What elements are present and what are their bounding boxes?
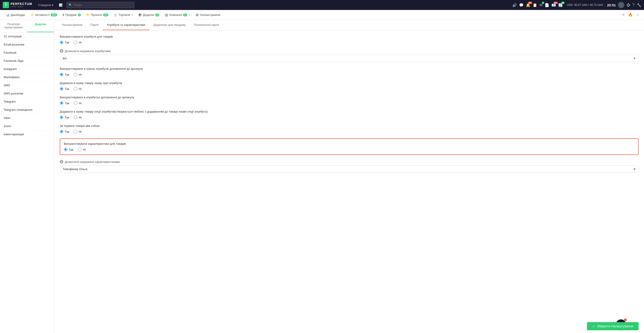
section3-label: Використовувати в групах атрибутів допов… — [60, 67, 638, 71]
nav-settings[interactable]: ⚙️ Налаштування — [193, 12, 223, 18]
section6-yes-option[interactable]: Так — [60, 116, 69, 119]
tab-settings[interactable]: Налаштування — [58, 20, 86, 30]
section8-no-radio[interactable] — [78, 148, 82, 151]
section9-info-row: ℹ Дозволити керування характеристиками — [60, 160, 638, 164]
section4-no-option[interactable]: Ні — [74, 87, 82, 91]
nav-company[interactable]: 🏢 Компанія 21 ▾ — [162, 12, 192, 18]
company-badge: 21 — [183, 14, 187, 16]
sidebar-tab-addons[interactable]: Додатки — [27, 20, 54, 32]
sidebar-item-viber[interactable]: Viber — [0, 114, 54, 122]
section5-yes-radio[interactable] — [60, 101, 63, 105]
section7-yes-option[interactable]: Так — [60, 130, 69, 133]
tab-additional-prices[interactable]: Додаткові ціни продажу — [149, 20, 190, 30]
sidebar-tab-initial[interactable]: Початкові налаштування — [0, 20, 27, 32]
section8-label: Використовувати характеристики для товар… — [64, 142, 634, 145]
email-icon[interactable]: 📧 964 — [552, 3, 556, 7]
sidebar-item-zoom[interactable]: Zoom — [0, 122, 54, 130]
sidebar-item-sms[interactable]: SMS — [0, 81, 54, 90]
section4-no-radio[interactable] — [74, 87, 78, 91]
sidebar-item-telegram-notifications[interactable]: Telegram сповіщення — [0, 106, 54, 114]
logo-text: PERFECTUM — [10, 2, 32, 6]
company-icon: 🏢 — [165, 13, 168, 17]
sidebar-item-marketplace[interactable]: Marketplace — [0, 73, 54, 81]
settings-nav-icon: ⚙️ — [195, 13, 199, 17]
notifications-badge: 281 — [528, 2, 532, 4]
content-area: Налаштування Партії Атрибути та характер… — [54, 20, 644, 333]
search-input[interactable] — [73, 4, 132, 7]
nav-activities[interactable]: ⚡ Активності 1851 — [28, 12, 59, 18]
nav-trade[interactable]: 🛒 Торгівля ▾ — [112, 12, 135, 18]
section1-yes-radio[interactable] — [60, 41, 63, 44]
sidebar-item-facebook-leads[interactable]: Facebook Ліди — [0, 57, 54, 65]
sidebar-item-email[interactable]: Email-розсилки — [0, 41, 54, 49]
chart-button[interactable]: 📊 — [58, 3, 64, 8]
help-icon[interactable]: ? — [632, 3, 634, 7]
section5-no-radio[interactable] — [74, 101, 78, 105]
create-button[interactable]: Створити ▾ — [37, 3, 55, 8]
content-tabs: Налаштування Партії Атрибути та характер… — [54, 20, 644, 30]
tab-tech-maps[interactable]: Технологічні карти — [190, 20, 223, 30]
chat-icon[interactable]: 💬 — [519, 3, 524, 7]
clipboard-icon[interactable]: 📋 — [533, 3, 537, 7]
section5-no-option[interactable]: Ні — [74, 101, 82, 105]
section9-label: Дозволити керування характеристиками — [65, 160, 120, 164]
section4-yes-option[interactable]: Так — [60, 87, 69, 91]
sidebar-item-inventory[interactable]: Інвентаризація — [0, 130, 54, 138]
search-bar[interactable]: 🔍 — [66, 2, 134, 8]
section8-yes-radio[interactable] — [64, 148, 68, 151]
rate-info: USD: 40.67 UAH / 40.73 UAH — [567, 4, 603, 7]
section6-no-radio[interactable] — [74, 116, 78, 119]
section9-select[interactable]: Тимофеєва Ольга — [60, 165, 638, 173]
avatar[interactable]: 👤 — [618, 2, 624, 8]
time-display: 20:51 — [607, 3, 616, 7]
section3-yes-option[interactable]: Так — [60, 73, 69, 76]
section8-yes-option[interactable]: Так — [64, 148, 73, 151]
save-button[interactable]: ✓ Зберегти Налаштування — [587, 322, 638, 330]
second-nav-right: ≡ 🔥 ☆ — [622, 12, 640, 18]
section1-yes-option[interactable]: Так — [60, 41, 69, 44]
nav-addons[interactable]: ➕ Додатки 24 — [136, 12, 161, 18]
star-icon[interactable]: ☆ — [636, 12, 640, 18]
sidebar-item-telegram[interactable]: Telegram — [0, 98, 54, 106]
section7-yes-radio[interactable] — [60, 130, 63, 133]
document-icon[interactable]: 📄 — [545, 3, 549, 7]
section1-no-radio[interactable] — [74, 41, 78, 44]
section4-yes-radio[interactable] — [60, 87, 63, 91]
nav-dashboards[interactable]: 📊 Дашборди — [4, 12, 27, 18]
section1-no-option[interactable]: Ні — [74, 41, 82, 44]
tab-batches[interactable]: Партії — [86, 20, 103, 30]
section6-no-option[interactable]: Ні — [74, 116, 82, 119]
section3-no-option[interactable]: Ні — [74, 73, 82, 76]
tab-attributes[interactable]: Атрибути та характеристики — [103, 20, 149, 30]
section6-yes-radio[interactable] — [60, 116, 63, 119]
projects-icon: 📁 — [86, 13, 90, 17]
section6-label: Додавати в назву товару опції атрибутів(… — [60, 110, 638, 113]
addons-badge: 24 — [155, 14, 159, 16]
wrench-icon[interactable]: 🔧 — [637, 3, 641, 7]
sales-badge: 8 — [78, 14, 81, 16]
sidebar-item-1c[interactable]: 1С інтеграція — [0, 32, 54, 41]
section2-select[interactable]: Всі — [60, 55, 638, 62]
fire-icon[interactable]: 🔥 — [627, 12, 634, 18]
messages-icon[interactable]: ✉ 4 — [540, 3, 542, 7]
sidebar-item-facebook[interactable]: Facebook — [0, 49, 54, 57]
dashboard-icon: 📊 — [6, 13, 10, 17]
sidebar-item-sms-campaigns[interactable]: SMS-розсилки — [0, 90, 54, 98]
power-icon[interactable]: ⏻ — [626, 3, 630, 7]
section3-yes-radio[interactable] — [60, 73, 63, 76]
section3-no-radio[interactable] — [74, 73, 78, 76]
section-allow-attribute-mgmt: ℹ Дозволити керування атрибутами Всі — [60, 49, 638, 62]
section7-no-option[interactable]: Ні — [74, 130, 82, 133]
sync-icon[interactable]: 🔄 63 — [558, 3, 563, 7]
nav-sales[interactable]: $ Продажі 8 — [60, 12, 83, 18]
main-layout: Початкові налаштування Додатки 1С інтегр… — [0, 20, 644, 333]
layers-icon[interactable]: ≡ — [622, 12, 626, 18]
notifications-icon[interactable]: 🔔 281 — [526, 3, 530, 7]
section7-no-radio[interactable] — [74, 130, 78, 133]
volume-icon[interactable]: 🔊 — [512, 3, 517, 7]
section5-yes-option[interactable]: Так — [60, 101, 69, 105]
sidebar-item-instagram[interactable]: Instagram — [0, 65, 54, 73]
nav-projects[interactable]: 📁 Проєкти 229 — [84, 12, 111, 18]
section8-no-option[interactable]: Ні — [78, 148, 86, 151]
trade-icon: 🛒 — [114, 13, 118, 17]
